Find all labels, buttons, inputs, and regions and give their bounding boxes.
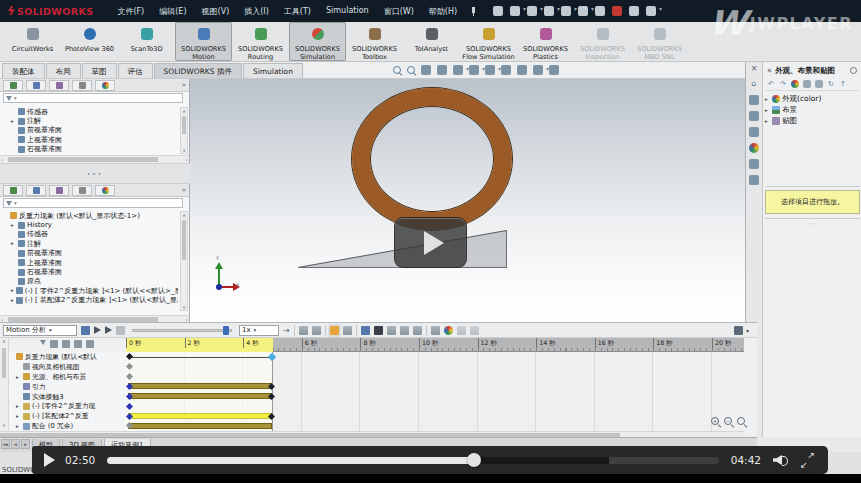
motor-icon[interactable] <box>361 326 370 335</box>
command-tab[interactable]: SOLIDWORKS 插件 <box>154 63 242 78</box>
hide-show-items-icon[interactable] <box>485 65 495 75</box>
propertymanager-tab-icon[interactable] <box>26 80 46 91</box>
add-key-icon[interactable] <box>343 326 352 335</box>
tree-main-vscrollbar[interactable]: ∧∨ <box>180 211 188 311</box>
save-icon[interactable] <box>544 6 554 16</box>
keyframe-diamond[interactable] <box>126 403 133 410</box>
gravity-icon[interactable] <box>413 326 422 335</box>
expander-icon[interactable]: ▸ <box>11 296 14 305</box>
video-progress-bar[interactable] <box>107 457 718 464</box>
configurationmanager-tab-icon[interactable] <box>49 185 69 196</box>
menu-item[interactable]: 文件(F) <box>117 6 144 17</box>
print-icon[interactable] <box>561 6 571 16</box>
timeline-track[interactable] <box>126 401 744 411</box>
pin-icon[interactable] <box>850 67 857 74</box>
resources-home-icon[interactable]: ⌂ <box>749 79 759 89</box>
back-icon[interactable]: ↶ <box>767 80 775 88</box>
rebuild-icon[interactable] <box>612 6 622 16</box>
zoom-in-icon[interactable]: + <box>711 417 719 425</box>
motion-tree-item[interactable]: ▸ 视向及相机视图 <box>9 362 126 372</box>
timeline-track[interactable] <box>126 411 744 421</box>
zoom-fit-icon[interactable] <box>737 417 745 425</box>
up-level-icon[interactable]: ↑ <box>839 80 847 88</box>
ribbon-item[interactable]: SOLIDWORKS Flow Simulation <box>460 22 517 61</box>
motion-tree-item[interactable]: ▸ (-) [装配体2^反重 <box>9 411 126 421</box>
design-library-icon[interactable] <box>749 95 759 105</box>
chevron-down-icon[interactable]: ▾ <box>746 327 749 334</box>
view-palette-icon[interactable] <box>749 127 759 137</box>
chart-icon[interactable] <box>457 326 466 335</box>
timeline-bar[interactable] <box>128 383 272 389</box>
timeline-track[interactable] <box>126 421 744 431</box>
play-from-start-icon[interactable] <box>94 326 101 334</box>
contact-icon[interactable] <box>400 326 409 335</box>
tree-item[interactable]: ▸ 注解 <box>2 116 178 125</box>
expander-icon[interactable]: ▸ <box>16 413 21 419</box>
motion-tree-item[interactable]: ▸ 光源、相机与布景 <box>9 372 126 382</box>
filter-results-icon[interactable] <box>86 340 94 348</box>
tree-item[interactable]: ▸ 前视基准面 <box>2 249 178 258</box>
zoom-fit-icon[interactable] <box>393 66 401 74</box>
filter-selected-icon[interactable] <box>74 340 82 348</box>
decal-icon[interactable] <box>815 80 823 88</box>
expander-icon[interactable]: ▸ <box>11 286 14 295</box>
tree-item[interactable]: ▸ History <box>2 220 178 229</box>
featuremanager-tab-icon[interactable] <box>3 80 23 91</box>
expander-icon[interactable]: ▸ <box>765 96 770 102</box>
ribbon-item[interactable]: SOLIDWORKS Routing <box>232 22 289 61</box>
keyframe-diamond-end[interactable] <box>268 412 275 419</box>
new-file-icon[interactable] <box>510 6 520 16</box>
ribbon-item[interactable]: SOLIDWORKS Toolbox <box>346 22 403 61</box>
save-animation-icon[interactable] <box>299 326 308 335</box>
configurationmanager-tab-icon[interactable] <box>49 80 69 91</box>
file-explorer-icon[interactable] <box>749 111 759 121</box>
timeline-position-slider[interactable] <box>132 329 232 332</box>
panel-splitter[interactable]: ••• <box>0 163 190 184</box>
forum-icon[interactable] <box>749 175 759 185</box>
forward-icon[interactable]: ↷ <box>779 80 787 88</box>
autokey-icon[interactable] <box>330 326 339 335</box>
command-tab[interactable]: 布局 <box>46 63 81 78</box>
appearance-tree-item[interactable]: ▸ 外观(color) <box>765 93 859 104</box>
keyframe-diamond-end[interactable] <box>268 352 276 360</box>
tree-filter-input[interactable]: ▾ <box>3 198 183 208</box>
animation-wizard-icon[interactable] <box>312 326 321 335</box>
motion-tree-item[interactable]: ▸ 反重力现象 (默认<默认 <box>9 352 126 362</box>
undo-icon[interactable] <box>578 6 588 16</box>
home-icon[interactable] <box>493 6 503 16</box>
expander-icon[interactable]: ▸ <box>16 423 21 429</box>
appearance-icon[interactable] <box>791 80 799 88</box>
ribbon-item[interactable]: SOLIDWORKS MBD SNL <box>631 22 688 61</box>
expander-icon[interactable]: ▸ <box>16 374 21 380</box>
featuremanager-tab-icon[interactable] <box>3 185 23 196</box>
refresh-icon[interactable]: ↻ <box>827 80 835 88</box>
tree-item[interactable]: ▸ 反重力现象 (默认<默认_显示状态-1>) <box>2 211 178 220</box>
tree-item[interactable]: ▸ 右视基准面 <box>2 267 178 276</box>
ribbon-item[interactable]: SOLIDWORKS Inspection <box>574 22 631 61</box>
tab-scroll-right-icon[interactable]: ▸ <box>21 439 30 449</box>
timeline-view-icon[interactable] <box>734 326 743 335</box>
calculate-icon[interactable] <box>81 326 90 335</box>
timeline-bar[interactable] <box>128 357 272 358</box>
motion-analysis-icon[interactable] <box>470 326 479 335</box>
propertymanager-tab-icon[interactable] <box>26 185 46 196</box>
ribbon-item[interactable]: PhotoView 360 <box>61 22 118 61</box>
tree-item[interactable]: ▸ 前视基准面 <box>2 126 178 135</box>
appearance-tree-item[interactable]: ▸ 贴图 <box>765 115 859 126</box>
results-icon[interactable] <box>431 326 440 335</box>
timeline-bar[interactable] <box>128 393 272 399</box>
task-pane-close-icon[interactable]: × <box>751 64 758 73</box>
ribbon-item[interactable]: ScanTo3D <box>118 22 175 61</box>
displaymanager-tab-icon[interactable] <box>95 185 115 196</box>
command-tab[interactable]: 装配体 <box>2 63 45 78</box>
timeline-bar[interactable] <box>128 413 272 419</box>
timeline-track[interactable] <box>126 392 744 402</box>
tree-item[interactable]: ▸ (-) [ 零件2^反重力现象 ]<1> (默认<<默认>_显示状态- <box>2 286 178 295</box>
video-progress-knob[interactable] <box>467 453 481 467</box>
timeline-bar[interactable] <box>128 423 272 429</box>
tree-item[interactable]: ▸ 上视基准面 <box>2 258 178 267</box>
tree-top-hscrollbar[interactable]: ‹ › <box>0 155 189 163</box>
stop-icon[interactable] <box>116 326 125 335</box>
select-icon[interactable] <box>595 6 605 16</box>
command-tab[interactable]: Simulation <box>243 63 303 78</box>
